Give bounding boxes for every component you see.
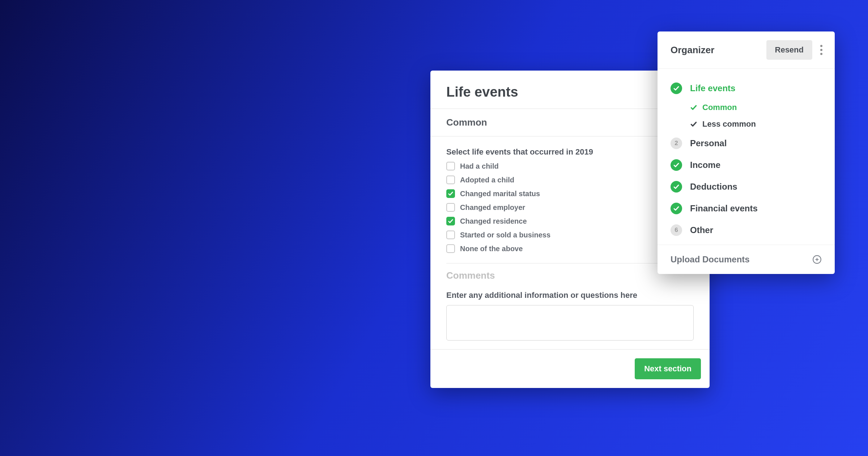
organizer-section-label: Financial events <box>690 203 758 214</box>
organizer-section-label: Deductions <box>690 182 737 192</box>
organizer-title: Organizer <box>671 45 761 56</box>
checkbox-option[interactable]: Changed employer <box>446 203 694 212</box>
organizer-section-label: Other <box>690 225 713 235</box>
checkbox-label: Changed employer <box>460 203 525 212</box>
organizer-section-label: Income <box>690 160 720 170</box>
form-title: Life events <box>446 84 694 100</box>
checkbox-icon <box>446 176 455 184</box>
organizer-subitem[interactable]: Common <box>690 99 822 116</box>
checkbox-label: Started or sold a business <box>460 231 550 239</box>
section-title: Common <box>446 117 694 128</box>
checkbox-icon <box>446 189 455 198</box>
check-circle-icon <box>671 159 682 171</box>
checkbox-label: Adopted a child <box>460 176 514 184</box>
checkbox-option[interactable]: Adopted a child <box>446 176 694 184</box>
comments-label: Enter any additional information or ques… <box>446 291 694 300</box>
organizer-section-list: Life eventsCommonLess common2PersonalInc… <box>658 69 835 245</box>
checkbox-icon <box>446 231 455 239</box>
organizer-section-item[interactable]: Income <box>671 154 822 176</box>
next-section-button[interactable]: Next section <box>635 358 701 379</box>
organizer-section-item[interactable]: Deductions <box>671 176 822 198</box>
comments-body: Enter any additional information or ques… <box>446 291 694 342</box>
checkbox-icon <box>446 244 455 253</box>
organizer-section-label: Life events <box>690 83 735 93</box>
checkbox-icon <box>446 203 455 212</box>
organizer-subitem-label: Less common <box>702 119 756 129</box>
organizer-subitem-label: Common <box>702 103 737 112</box>
organizer-section-item[interactable]: 2Personal <box>671 132 822 154</box>
checkbox-option[interactable]: Had a child <box>446 162 694 170</box>
upload-documents-label: Upload Documents <box>671 254 750 265</box>
section-number-badge: 2 <box>671 138 682 149</box>
organizer-section-label: Personal <box>690 138 727 148</box>
organizer-section-item[interactable]: Life events <box>671 77 822 99</box>
check-icon <box>690 104 697 111</box>
check-circle-icon <box>671 203 682 214</box>
checkbox-label: Changed marital status <box>460 190 540 198</box>
plus-circle-icon <box>812 255 822 264</box>
checkbox-label: Had a child <box>460 162 499 170</box>
checkbox-label: Changed residence <box>460 217 527 225</box>
comments-textarea[interactable] <box>446 305 694 341</box>
organizer-panel: Organizer Resend Life eventsCommonLess c… <box>658 31 835 274</box>
checkbox-icon <box>446 217 455 225</box>
form-footer: Next section <box>430 349 710 388</box>
checkbox-option[interactable]: None of the above <box>446 244 694 253</box>
check-icon <box>690 121 697 128</box>
section-number-badge: 6 <box>671 224 682 236</box>
options-list: Had a childAdopted a childChanged marita… <box>446 162 694 253</box>
organizer-subitems: CommonLess common <box>671 99 822 132</box>
organizer-subitem[interactable]: Less common <box>690 116 822 132</box>
checkbox-icon <box>446 162 455 170</box>
organizer-section-item[interactable]: 6Other <box>671 219 822 241</box>
checkbox-option[interactable]: Started or sold a business <box>446 231 694 239</box>
more-menu-icon[interactable] <box>817 42 825 58</box>
check-circle-icon <box>671 181 682 193</box>
comments-section: Comments <box>446 263 694 291</box>
upload-documents-row[interactable]: Upload Documents <box>658 245 835 274</box>
checkbox-label: None of the above <box>460 245 523 253</box>
checkbox-option[interactable]: Changed marital status <box>446 189 694 198</box>
checkbox-option[interactable]: Changed residence <box>446 217 694 225</box>
resend-button[interactable]: Resend <box>766 40 812 60</box>
organizer-section-item[interactable]: Financial events <box>671 198 822 219</box>
prompt-label: Select life events that occurred in 2019 <box>446 147 694 157</box>
organizer-header: Organizer Resend <box>658 31 835 69</box>
comments-title: Comments <box>446 270 694 281</box>
check-circle-icon <box>671 83 682 94</box>
